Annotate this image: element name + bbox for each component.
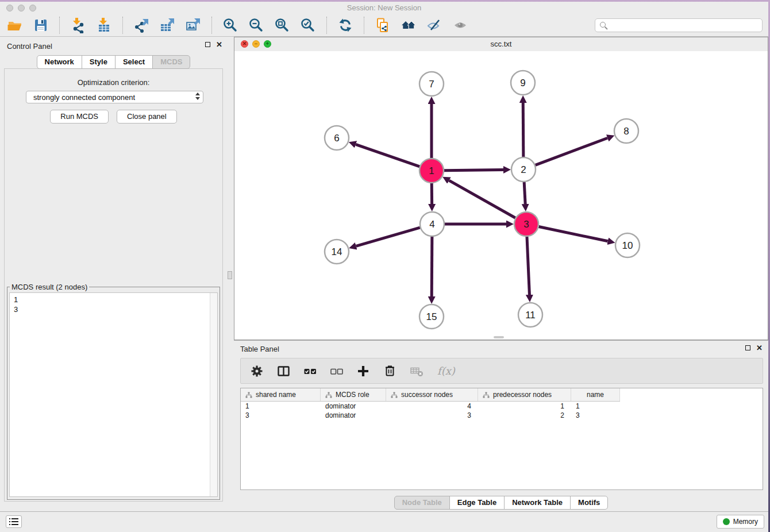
control-panel-close-icon[interactable]: ✕ xyxy=(216,41,222,48)
control-panel-tab-style[interactable]: Style xyxy=(82,55,116,69)
optimization-criterion-select[interactable]: strongly connected component xyxy=(26,91,203,103)
graph-node-7[interactable]: 7 xyxy=(419,72,444,96)
table-panel-tab-network-table[interactable]: Network Table xyxy=(504,496,571,510)
export-table-button[interactable] xyxy=(158,16,176,34)
zoom-fit-button[interactable] xyxy=(273,16,291,34)
column-header-predecessor-nodes[interactable]: predecessor nodes xyxy=(478,388,571,401)
graph-node-label: 3 xyxy=(523,219,529,230)
column-header-name[interactable]: name xyxy=(571,388,620,401)
cell-mcds-role[interactable]: dominator xyxy=(321,411,386,420)
graph-node-10[interactable]: 10 xyxy=(615,233,640,257)
deselect-all-columns-button[interactable] xyxy=(330,365,343,377)
column-header-mcds-role[interactable]: MCDS role xyxy=(321,388,386,401)
mcds-result-text[interactable]: 13 xyxy=(9,292,218,497)
graph-edge-3-11[interactable] xyxy=(527,237,529,295)
select-stepper-icon xyxy=(195,92,200,100)
graph-edge-4-15[interactable] xyxy=(432,237,432,296)
zoom-out-button[interactable] xyxy=(247,16,265,34)
open-session-button[interactable] xyxy=(6,16,24,34)
graph-node-11[interactable]: 11 xyxy=(518,303,542,327)
graph-edge-2-3[interactable] xyxy=(524,182,525,204)
run-mcds-button[interactable]: Run MCDS xyxy=(50,110,109,124)
app-titlebar: Session: New Session xyxy=(0,2,768,14)
table-panel-tab-edge-table[interactable]: Edge Table xyxy=(449,496,505,510)
column-header-successor-nodes[interactable]: successor nodes xyxy=(386,388,478,401)
cell-mcds-role[interactable]: dominator xyxy=(321,402,386,411)
select-all-columns-button[interactable] xyxy=(304,365,317,377)
column-header-shared-name[interactable]: shared name xyxy=(241,388,321,401)
table-panel-tab-node-table[interactable]: Node Table xyxy=(394,496,450,510)
node-table[interactable]: shared nameMCDS rolesuccessor nodesprede… xyxy=(240,388,763,490)
graph-node-14[interactable]: 14 xyxy=(325,240,349,264)
table-row[interactable]: 1dominator411 xyxy=(241,402,763,411)
memory-status-icon xyxy=(723,518,730,525)
gear-icon xyxy=(251,365,263,377)
memory-button[interactable]: Memory xyxy=(717,515,764,529)
graph-edge-3-10[interactable] xyxy=(539,227,608,241)
graph-node-9[interactable]: 9 xyxy=(511,71,535,95)
mcds-result-line: 1 xyxy=(14,295,217,304)
mcds-result-line: 3 xyxy=(14,304,217,314)
cell-name[interactable]: 3 xyxy=(571,411,620,420)
home-icon xyxy=(401,17,417,33)
task-history-button[interactable] xyxy=(6,515,22,528)
graph-node-label: 6 xyxy=(334,133,339,144)
graph-edge-1-6[interactable] xyxy=(356,144,419,166)
panel-splitter[interactable] xyxy=(227,37,234,511)
hide-selected-button[interactable] xyxy=(425,16,444,34)
export-network-button[interactable] xyxy=(132,16,151,34)
create-column-button[interactable] xyxy=(357,365,369,377)
table-settings-button[interactable] xyxy=(251,365,263,377)
graph-node-1[interactable]: 1 xyxy=(419,159,444,183)
close-panel-button[interactable]: Close panel xyxy=(117,110,177,124)
network-canvas[interactable]: 7968124314101511 xyxy=(234,51,768,340)
graph-node-2[interactable]: 2 xyxy=(511,157,536,182)
list-icon xyxy=(9,518,19,526)
show-all-button[interactable] xyxy=(451,16,469,34)
export-image-button[interactable] xyxy=(184,16,202,34)
save-session-button[interactable] xyxy=(32,16,50,34)
graph-node-8[interactable]: 8 xyxy=(614,119,638,143)
graph-node-3[interactable]: 3 xyxy=(514,212,538,236)
graph-node-15[interactable]: 15 xyxy=(419,304,444,329)
control-panel-tab-select[interactable]: Select xyxy=(115,55,153,69)
delete-column-button[interactable] xyxy=(383,364,396,377)
window-title: Session: New Session xyxy=(0,3,768,12)
zoom-selected-button[interactable] xyxy=(299,16,317,34)
cell-successor-nodes[interactable]: 3 xyxy=(386,411,478,420)
graph-edge-4-14[interactable] xyxy=(356,228,420,246)
search-input[interactable] xyxy=(595,18,763,32)
result-scrollbar[interactable] xyxy=(210,293,217,496)
control-panel-tab-network[interactable]: Network xyxy=(37,55,82,69)
search-box xyxy=(595,18,763,32)
duplicate-view-button[interactable] xyxy=(374,16,392,34)
graph-node-4[interactable]: 4 xyxy=(420,212,444,236)
zoom-in-button[interactable] xyxy=(221,16,240,34)
show-column-panel-button[interactable] xyxy=(277,365,290,377)
control-panel-float-icon[interactable] xyxy=(205,42,210,47)
graph-node-6[interactable]: 6 xyxy=(325,126,349,150)
import-table-button[interactable] xyxy=(95,16,113,34)
cell-successor-nodes[interactable]: 4 xyxy=(386,402,478,411)
mcds-result-box: MCDS result (2 nodes) 13 xyxy=(7,283,220,500)
import-network-button[interactable] xyxy=(69,16,87,34)
cell-shared-name[interactable]: 3 xyxy=(241,411,321,420)
graph-edge-1-2[interactable] xyxy=(444,169,503,170)
table-panel-tab-motifs[interactable]: Motifs xyxy=(570,496,608,510)
splitter-handle[interactable] xyxy=(228,271,232,279)
table-panel-close-icon[interactable]: ✕ xyxy=(756,345,763,351)
table-row[interactable]: 3dominator323 xyxy=(241,411,763,420)
cell-predecessor-nodes[interactable]: 1 xyxy=(478,402,571,411)
home-button[interactable] xyxy=(399,16,418,34)
graph-edge-2-8[interactable] xyxy=(536,138,608,165)
refresh-button[interactable] xyxy=(336,16,355,34)
cell-predecessor-nodes[interactable]: 2 xyxy=(478,411,571,420)
graph-edge-2-9[interactable] xyxy=(523,103,523,157)
cell-shared-name[interactable]: 1 xyxy=(241,402,321,411)
delete-table-button-disabled xyxy=(410,365,424,377)
cell-name[interactable]: 1 xyxy=(571,402,620,411)
table-panel-float-icon[interactable] xyxy=(745,345,750,350)
network-hscrollbar[interactable] xyxy=(494,336,504,338)
control-panel-tab-mcds[interactable]: MCDS xyxy=(152,55,190,69)
graph-edge-3-1[interactable] xyxy=(449,180,515,218)
